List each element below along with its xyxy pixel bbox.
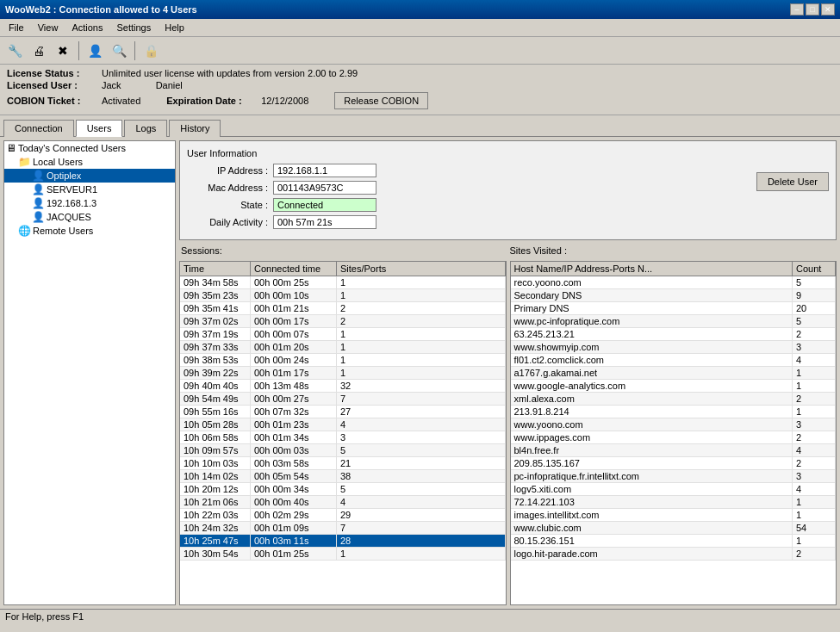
list-item[interactable]: 72.14.221.103 1 xyxy=(511,496,837,509)
session-time: 10h 06m 58s xyxy=(180,431,251,443)
table-row[interactable]: 10h 09m 57s 00h 00m 03s 5 xyxy=(180,444,506,457)
list-item[interactable]: images.intellitxt.com 1 xyxy=(511,509,837,522)
table-row[interactable]: 09h 54m 49s 00h 00m 27s 7 xyxy=(180,393,506,406)
expiration-label: Expiration Date : xyxy=(166,96,261,106)
table-row[interactable]: 09h 55m 16s 00h 07m 32s 27 xyxy=(180,406,506,418)
tree-user-serveur1[interactable]: 👤 SERVEUR1 xyxy=(4,183,175,196)
delete-user-button[interactable]: Delete User xyxy=(756,172,829,191)
session-connected: 00h 01m 20s xyxy=(251,341,337,353)
sites-col-count: Count xyxy=(793,262,836,276)
window-title: WooWeb2 : Connection allowed to 4 Users xyxy=(5,4,197,15)
menu-settings[interactable]: Settings xyxy=(109,21,158,34)
session-sites: 1 xyxy=(337,548,506,560)
table-row[interactable]: 10h 05m 28s 00h 01m 23s 4 xyxy=(180,418,506,431)
menu-view[interactable]: View xyxy=(31,21,65,34)
table-row[interactable]: 09h 34m 58s 00h 00m 25s 1 xyxy=(180,276,506,289)
maximize-button[interactable]: □ xyxy=(806,3,819,15)
tab-logs[interactable]: Logs xyxy=(124,120,167,137)
list-item[interactable]: www.yoono.com 3 xyxy=(511,418,837,431)
delete-button[interactable]: ✖ xyxy=(53,40,73,61)
list-item[interactable]: bl4n.free.fr 4 xyxy=(511,444,837,457)
table-row[interactable]: 10h 10m 03s 00h 03m 58s 21 xyxy=(180,457,506,470)
tree-user-optiplex[interactable]: 👤 Optiplex xyxy=(4,169,175,183)
ip-row: IP Address : 192.168.1.1 xyxy=(187,164,739,177)
list-item[interactable]: logo.hit-parade.com 2 xyxy=(511,548,837,561)
list-item[interactable]: 63.245.213.21 2 xyxy=(511,328,837,341)
tools-button[interactable]: 🔧 xyxy=(4,40,25,61)
site-count: 5 xyxy=(793,276,836,288)
table-row[interactable]: 09h 40m 40s 00h 13m 48s 32 xyxy=(180,380,506,393)
menu-actions[interactable]: Actions xyxy=(65,21,109,34)
list-item[interactable]: Primary DNS 20 xyxy=(511,302,837,315)
list-item[interactable]: www.clubic.com 54 xyxy=(511,522,837,535)
tree-user-jacques[interactable]: 👤 JACQUES xyxy=(4,210,175,224)
site-host: logv5.xiti.com xyxy=(511,483,793,495)
list-item[interactable]: fl01.ct2.comclick.com 4 xyxy=(511,354,837,367)
session-time: 10h 21m 06s xyxy=(180,496,251,508)
lock-button[interactable]: 🔒 xyxy=(140,40,161,61)
site-host: 80.15.236.151 xyxy=(511,535,793,547)
list-item[interactable]: a1767.g.akamai.net 1 xyxy=(511,367,837,380)
refresh-button[interactable]: 👤 xyxy=(84,40,105,61)
tab-connection[interactable]: Connection xyxy=(3,120,74,137)
site-count: 2 xyxy=(793,328,836,340)
list-item[interactable]: Secondary DNS 9 xyxy=(511,289,837,302)
expiration-value: 12/12/2008 xyxy=(261,96,308,106)
table-row[interactable]: 10h 06m 58s 00h 01m 34s 3 xyxy=(180,431,506,444)
close-button[interactable]: ✕ xyxy=(821,3,835,15)
tab-bar: Connection Users Logs History xyxy=(0,115,840,137)
list-item[interactable]: logv5.xiti.com 4 xyxy=(511,483,837,496)
tree-local-label: Local Users xyxy=(33,157,83,167)
table-row[interactable]: 10h 14m 02s 00h 05m 54s 38 xyxy=(180,470,506,483)
table-row[interactable]: 09h 37m 19s 00h 00m 07s 1 xyxy=(180,328,506,341)
tree-user-0-label: Optiplex xyxy=(47,170,81,181)
list-item[interactable]: www.ippages.com 2 xyxy=(511,431,837,444)
session-connected: 00h 00m 24s xyxy=(251,354,337,366)
list-item[interactable]: 80.15.236.151 1 xyxy=(511,535,837,548)
session-sites: 5 xyxy=(337,483,506,495)
tab-users[interactable]: Users xyxy=(76,120,123,137)
table-row[interactable]: 10h 25m 47s 00h 03m 11s 28 xyxy=(180,535,506,548)
table-row[interactable]: 10h 30m 54s 00h 01m 25s 1 xyxy=(180,548,506,561)
license-value: Unlimited user license with updates from… xyxy=(102,68,358,78)
tree-local-users[interactable]: 📁 Local Users xyxy=(4,155,175,169)
table-row[interactable]: 09h 38m 53s 00h 00m 24s 1 xyxy=(180,354,506,367)
menu-file[interactable]: File xyxy=(2,21,31,34)
site-host: 209.85.135.167 xyxy=(511,457,793,469)
list-item[interactable]: xml.alexa.com 2 xyxy=(511,393,837,406)
window-controls[interactable]: – □ ✕ xyxy=(790,3,835,15)
list-item[interactable]: 209.85.135.167 2 xyxy=(511,457,837,470)
session-time: 09h 34m 58s xyxy=(180,276,251,288)
list-item[interactable]: www.google-analytics.com 1 xyxy=(511,380,837,393)
print-button[interactable]: 🖨 xyxy=(28,40,49,61)
release-cobion-button[interactable]: Release COBION xyxy=(334,92,428,109)
table-row[interactable]: 10h 21m 06s 00h 00m 40s 4 xyxy=(180,496,506,509)
table-row[interactable]: 09h 37m 02s 00h 00m 17s 2 xyxy=(180,315,506,328)
site-host: www.pc-infopratique.com xyxy=(511,315,793,327)
table-row[interactable]: 09h 35m 41s 00h 01m 21s 2 xyxy=(180,302,506,315)
list-item[interactable]: www.pc-infopratique.com 5 xyxy=(511,315,837,328)
table-row[interactable]: 10h 20m 12s 00h 00m 34s 5 xyxy=(180,483,506,496)
tree-user-ip[interactable]: 👤 192.168.1.3 xyxy=(4,196,175,210)
table-row[interactable]: 10h 24m 32s 00h 01m 09s 7 xyxy=(180,522,506,535)
tree-root[interactable]: 🖥 Today's Connected Users xyxy=(4,141,175,155)
table-row[interactable]: 09h 39m 22s 00h 01m 17s 1 xyxy=(180,367,506,380)
user-value1: Jack xyxy=(102,80,121,90)
search-button[interactable]: 🔍 xyxy=(109,40,129,61)
list-item[interactable]: pc-infopratique.fr.intellitxt.com 3 xyxy=(511,470,837,483)
list-item[interactable]: reco.yoono.com 5 xyxy=(511,276,837,289)
list-item[interactable]: www.showmyip.com 3 xyxy=(511,341,837,354)
main-content: 🖥 Today's Connected Users 📁 Local Users … xyxy=(0,137,840,609)
site-count: 4 xyxy=(793,444,836,456)
session-sites: 7 xyxy=(337,522,506,534)
table-row[interactable]: 10h 22m 03s 00h 02m 29s 29 xyxy=(180,509,506,522)
list-item[interactable]: 213.91.8.214 1 xyxy=(511,406,837,418)
minimize-button[interactable]: – xyxy=(790,3,804,15)
sessions-col-connected: Connected time xyxy=(251,262,337,276)
menu-help[interactable]: Help xyxy=(158,21,191,34)
table-row[interactable]: 09h 37m 33s 00h 01m 20s 1 xyxy=(180,341,506,354)
tree-remote-users[interactable]: 🌐 Remote Users xyxy=(4,224,175,238)
session-sites: 1 xyxy=(337,367,506,379)
table-row[interactable]: 09h 35m 23s 00h 00m 10s 1 xyxy=(180,289,506,302)
tab-history[interactable]: History xyxy=(169,120,221,137)
